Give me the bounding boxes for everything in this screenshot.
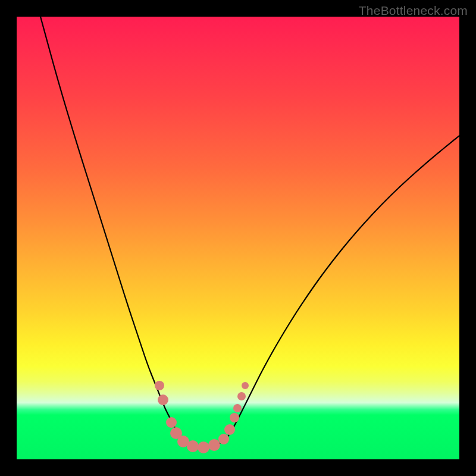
data-marker bbox=[208, 439, 220, 451]
plot-area bbox=[17, 17, 459, 459]
data-marker bbox=[230, 413, 239, 422]
chart-frame: TheBottleneck.com bbox=[0, 0, 476, 476]
data-marker bbox=[218, 434, 229, 444]
data-marker bbox=[166, 417, 177, 428]
data-marker bbox=[237, 392, 246, 400]
data-marker bbox=[224, 424, 235, 435]
data-marker bbox=[155, 381, 164, 390]
curve-right bbox=[226, 136, 459, 439]
data-marker bbox=[158, 394, 168, 405]
data-marker bbox=[233, 404, 242, 412]
data-marker bbox=[187, 440, 199, 452]
watermark-text: TheBottleneck.com bbox=[359, 4, 468, 18]
data-marker bbox=[242, 382, 249, 389]
chart-svg bbox=[17, 17, 459, 459]
curve-left bbox=[40, 17, 182, 439]
data-marker bbox=[198, 441, 209, 453]
